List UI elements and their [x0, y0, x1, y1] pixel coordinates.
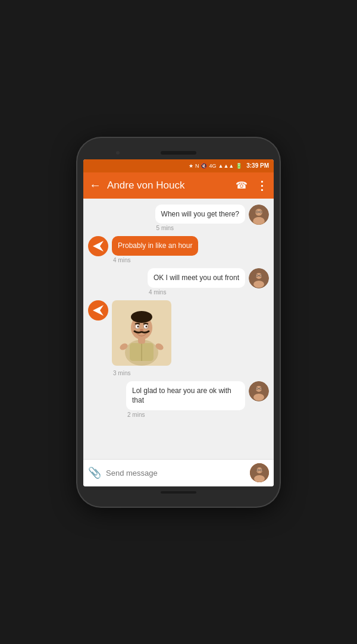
data-icon: 4G [209, 163, 216, 169]
speaker-grille [161, 151, 196, 155]
message-time: 5 mins [155, 225, 245, 231]
call-button[interactable]: ☎ [236, 180, 248, 191]
volume-icon: 🔇 [201, 163, 207, 169]
avatar [249, 381, 269, 401]
message-time: 2 mins [126, 411, 245, 418]
svg-point-23 [131, 311, 152, 323]
more-menu-button[interactable]: ⋮ [256, 178, 268, 193]
message-bubble-wrap: OK I will meet you out front 4 mins [148, 268, 245, 296]
svg-point-38 [256, 467, 262, 473]
table-row: When will you get there? 5 mins [88, 205, 269, 232]
message-text: OK I will meet you out front [154, 274, 239, 282]
messages-container: When will you get there? 5 mins Proba [83, 199, 274, 459]
phone-top-bar [83, 146, 274, 159]
svg-point-27 [146, 325, 148, 327]
table-row: Lol glad to hear you are ok with that 2 … [88, 381, 269, 419]
back-button[interactable]: ← [89, 178, 101, 192]
attach-button[interactable]: 📎 [88, 466, 101, 479]
bluetooth-icon: ★ [189, 163, 193, 169]
compose-input[interactable] [106, 469, 245, 477]
table-row: 3 mins [88, 300, 269, 376]
svg-point-26 [137, 325, 139, 327]
message-bubble-wrap: Lol glad to hear you are ok with that 2 … [126, 381, 245, 419]
message-text: Probably in like an hour [118, 241, 192, 250]
phone-frame: ★ N 🔇 4G ▲▲▲ 🔋 3:39 PM ← Andre von Houck… [77, 138, 280, 507]
table-row: Probably in like an hour 4 mins [88, 236, 269, 263]
nfc-icon: N [195, 163, 199, 169]
svg-point-3 [256, 209, 262, 215]
message-time: 4 mins [148, 289, 245, 296]
bottom-speaker [161, 491, 196, 494]
camera-dot [116, 151, 120, 155]
status-icons: ★ N 🔇 4G ▲▲▲ 🔋 3:39 PM [189, 162, 269, 169]
svg-point-32 [256, 386, 262, 392]
message-bubble: OK I will meet you out front [148, 268, 245, 288]
avatar [249, 268, 269, 288]
status-bar: ★ N 🔇 4G ▲▲▲ 🔋 3:39 PM [83, 159, 274, 172]
svg-point-28 [140, 329, 143, 331]
signal-icon: ▲▲▲ [218, 163, 234, 169]
svg-point-9 [256, 273, 262, 279]
battery-icon: 🔋 [236, 163, 242, 169]
avatar [88, 236, 108, 256]
status-time: 3:39 PM [246, 162, 269, 169]
message-bubble-wrap: Probably in like an hour 4 mins [112, 236, 198, 263]
avatar [249, 205, 269, 225]
message-bubble: When will you get there? [155, 205, 245, 224]
svg-point-39 [254, 475, 265, 482]
message-text: Lol glad to hear you are ok with that [132, 387, 231, 405]
svg-point-4 [253, 217, 264, 224]
phone-bottom-bar [83, 486, 274, 498]
contact-name: Andre von Houck [107, 180, 230, 191]
app-bar-actions: ☎ ⋮ [236, 178, 268, 193]
table-row: OK I will meet you out front 4 mins [88, 268, 269, 296]
avatar [88, 300, 108, 321]
compose-bar: 📎 [83, 459, 274, 486]
message-bubble-wrap: 3 mins [112, 300, 171, 376]
phone-screen: ★ N 🔇 4G ▲▲▲ 🔋 3:39 PM ← Andre von Houck… [83, 159, 274, 486]
svg-point-10 [253, 281, 264, 288]
sticker-bubble [112, 300, 171, 369]
avatar [250, 463, 269, 482]
message-bubble: Probably in like an hour [112, 236, 198, 256]
message-time: 3 mins [112, 370, 171, 376]
message-bubble-wrap: When will you get there? 5 mins [155, 205, 245, 232]
app-bar: ← Andre von Houck ☎ ⋮ [83, 172, 274, 199]
message-bubble: Lol glad to hear you are ok with that [126, 381, 245, 411]
svg-point-33 [253, 394, 264, 401]
message-time: 4 mins [112, 257, 198, 263]
message-text: When will you get there? [161, 210, 239, 218]
